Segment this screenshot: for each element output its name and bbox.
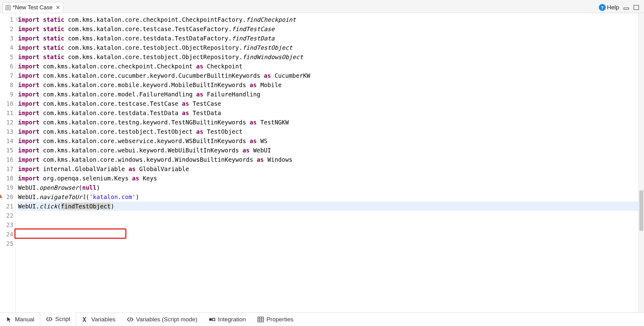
bottom-tab-bar: ManualScriptVariablesVariables (Script m… — [0, 312, 644, 326]
maximize-icon[interactable] — [633, 5, 639, 10]
highlight-annotation — [14, 228, 126, 239]
tab-title: *New Test Case — [13, 4, 53, 11]
bottom-tab-label: Variables — [91, 316, 116, 323]
code-line[interactable]: import com.kms.katalon.core.cucumber.key… — [18, 71, 638, 80]
code-line[interactable]: import com.kms.katalon.core.windows.keyw… — [18, 155, 638, 164]
line-number: 11 — [0, 108, 15, 118]
line-number: 21 — [0, 202, 15, 211]
code-area[interactable]: import static com.kms.katalon.core.check… — [16, 13, 638, 312]
line-number: 2 — [0, 24, 15, 34]
line-number: 24 — [0, 230, 15, 239]
warning-marker-icon[interactable] — [0, 194, 2, 198]
line-number: 8 — [0, 80, 15, 90]
help-button[interactable]: ? Help — [599, 4, 619, 11]
x-icon — [82, 316, 89, 323]
code-line[interactable]: import static com.kms.katalon.core.testd… — [18, 34, 638, 43]
code-line[interactable]: import com.kms.katalon.core.checkpoint.C… — [18, 62, 638, 71]
line-number: 20 — [0, 192, 15, 202]
code-line[interactable]: import internal.GlobalVariable as Global… — [18, 164, 638, 174]
line-number: 13 — [0, 127, 15, 136]
code-line[interactable]: import com.kms.katalon.core.webui.keywor… — [18, 146, 638, 155]
line-number: 23 — [0, 220, 15, 230]
svg-rect-5 — [634, 5, 639, 10]
code-line[interactable]: import com.kms.katalon.core.model.Failur… — [18, 90, 638, 99]
bottom-tab-script[interactable]: Script — [40, 312, 76, 326]
minimize-icon[interactable] — [623, 5, 629, 10]
code-line[interactable]: import static com.kms.katalon.core.testo… — [18, 43, 638, 52]
bottom-tab-label: Integration — [218, 316, 246, 323]
svg-rect-9 — [212, 318, 215, 321]
grid-icon — [257, 316, 264, 323]
line-number: 17 — [0, 164, 15, 174]
help-label: Help — [607, 4, 619, 11]
bottom-tab-label: Manual — [15, 316, 34, 323]
code-line[interactable]: WebUI.openBrowser(null) — [18, 183, 638, 192]
cursor-icon — [6, 316, 12, 323]
code-editor[interactable]: 1−23456789101112131415161718192021222324… — [0, 13, 644, 312]
scrollbar-thumb[interactable] — [639, 190, 643, 231]
line-number: 14 — [0, 136, 15, 146]
code-line[interactable]: import com.kms.katalon.core.webservice.k… — [18, 136, 638, 146]
code-line[interactable]: import org.openqa.selenium.Keys as Keys — [18, 174, 638, 183]
bottom-tab-variables[interactable]: Variables — [76, 313, 121, 326]
bottom-tab-integration[interactable]: Integration — [203, 313, 252, 326]
line-number: 16 — [0, 155, 15, 164]
bottom-tab-properties[interactable]: Properties — [252, 313, 299, 326]
line-number: 19 — [0, 183, 15, 192]
bottom-tab-label: Properties — [267, 316, 294, 323]
code-line[interactable]: import static com.kms.katalon.core.testo… — [18, 52, 638, 62]
line-number: 3 — [0, 34, 15, 43]
code-line[interactable]: import com.kms.katalon.core.testng.keywo… — [18, 118, 638, 127]
svg-line-6 — [49, 317, 50, 321]
code-icon — [46, 316, 53, 322]
code-line[interactable]: import com.kms.katalon.core.testdata.Tes… — [18, 108, 638, 118]
code-line[interactable]: import com.kms.katalon.core.testobject.T… — [18, 127, 638, 136]
line-number: 22 — [0, 211, 15, 220]
code-line[interactable]: import com.kms.katalon.core.testcase.Tes… — [18, 99, 638, 108]
vertical-scrollbar[interactable] — [638, 13, 644, 312]
line-number: 25 — [0, 239, 15, 248]
line-number: 1− — [0, 15, 15, 24]
svg-line-7 — [130, 317, 130, 322]
line-number: 18 — [0, 174, 15, 183]
code-line[interactable]: import static com.kms.katalon.core.check… — [18, 15, 638, 24]
svg-rect-8 — [209, 318, 212, 321]
svg-rect-10 — [258, 317, 263, 322]
editor-tab[interactable]: *New Test Case ✕ — [2, 2, 64, 13]
help-icon: ? — [599, 4, 606, 11]
code-line[interactable]: WebUI.click(findTestObject) — [18, 202, 638, 211]
code-line[interactable]: import com.kms.katalon.core.mobile.keywo… — [18, 80, 638, 90]
line-number: 5 — [0, 52, 15, 62]
code-line[interactable]: WebUI.navigateToUrl('katalon.com') — [18, 192, 638, 202]
line-number: 4 — [0, 43, 15, 52]
bottom-tab-variables-script-mode-[interactable]: Variables (Script mode) — [121, 313, 203, 326]
line-number: 10 — [0, 99, 15, 108]
bottom-tab-manual[interactable]: Manual — [0, 313, 40, 326]
line-number-gutter: 1−23456789101112131415161718192021222324… — [0, 13, 16, 312]
bottom-tab-label: Script — [55, 316, 70, 323]
plug-icon — [209, 316, 215, 323]
tab-close-icon[interactable]: ✕ — [56, 4, 60, 11]
line-number: 7 — [0, 71, 15, 80]
testcase-icon — [5, 5, 11, 11]
line-number: 15 — [0, 146, 15, 155]
code-icon — [127, 316, 134, 323]
line-number: 12 — [0, 118, 15, 127]
line-number: 6 — [0, 62, 15, 71]
title-tab-bar: *New Test Case ✕ ? Help — [0, 0, 644, 13]
line-number: 9 — [0, 90, 15, 99]
bottom-tab-label: Variables (Script mode) — [136, 316, 197, 323]
svg-rect-4 — [624, 8, 629, 9]
code-line[interactable]: import static com.kms.katalon.core.testc… — [18, 24, 638, 34]
